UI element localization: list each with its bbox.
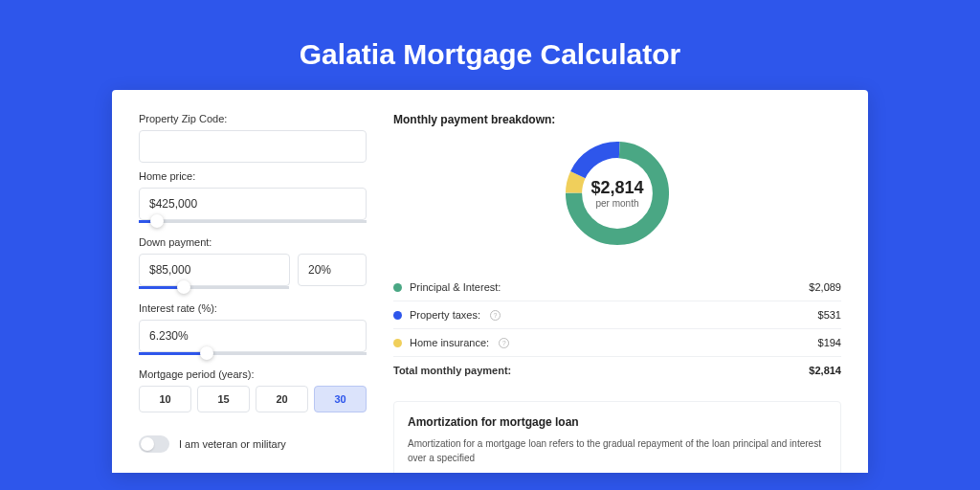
- slider-thumb[interactable]: [200, 346, 213, 360]
- inputs-column: Property Zip Code: Home price: Down paym…: [139, 113, 367, 473]
- legend-value: $531: [818, 309, 841, 321]
- veteran-row: I am veteran or military: [139, 435, 367, 453]
- period-label: Mortgage period (years):: [139, 368, 367, 380]
- legend-label: Home insurance:: [410, 337, 489, 348]
- interest-slider[interactable]: [139, 352, 367, 355]
- slider-thumb[interactable]: [150, 214, 164, 228]
- legend-dot: [393, 339, 402, 347]
- page-title: Galatia Mortgage Calculator: [0, 0, 980, 90]
- veteran-toggle[interactable]: [139, 435, 169, 453]
- amortization-title: Amortization for mortgage loan: [408, 415, 827, 429]
- legend-label: Principal & Interest:: [410, 281, 501, 293]
- veteran-label: I am veteran or military: [179, 438, 286, 450]
- interest-label: Interest rate (%):: [139, 302, 367, 314]
- legend-row: Home insurance:?$194: [393, 329, 841, 357]
- period-field: Mortgage period (years): 10152030: [139, 368, 367, 412]
- legend-row: Property taxes:?$531: [393, 301, 841, 329]
- interest-input[interactable]: [139, 320, 367, 352]
- info-icon[interactable]: ?: [499, 338, 509, 348]
- total-row: Total monthly payment: $2,814: [393, 357, 841, 384]
- period-button-15[interactable]: 15: [197, 386, 250, 412]
- period-button-20[interactable]: 20: [256, 386, 308, 412]
- legend-row: Principal & Interest:$2,089: [393, 274, 841, 301]
- legend-dot: [393, 283, 402, 292]
- down-payment-pct-input[interactable]: [298, 254, 367, 286]
- donut-chart: $2,814 per month: [560, 136, 675, 251]
- legend-value: $194: [818, 337, 841, 348]
- down-payment-amount-input[interactable]: [139, 254, 290, 286]
- interest-field: Interest rate (%):: [139, 302, 367, 355]
- total-value: $2,814: [809, 365, 841, 376]
- info-icon[interactable]: ?: [490, 310, 501, 321]
- donut-amount: $2,814: [590, 178, 643, 198]
- zip-field: Property Zip Code:: [139, 113, 367, 163]
- home-price-label: Home price:: [139, 170, 367, 182]
- amortization-card: Amortization for mortgage loan Amortizat…: [393, 401, 841, 473]
- home-price-field: Home price:: [139, 170, 367, 223]
- down-payment-field: Down payment:: [139, 236, 367, 289]
- legend-value: $2,089: [809, 281, 841, 293]
- home-price-slider[interactable]: [139, 220, 367, 223]
- slider-thumb[interactable]: [177, 280, 190, 294]
- legend-dot: [393, 311, 402, 320]
- amortization-text: Amortization for a mortgage loan refers …: [408, 436, 827, 465]
- down-payment-label: Down payment:: [139, 236, 367, 248]
- legend-container: Principal & Interest:$2,089Property taxe…: [393, 274, 841, 357]
- total-label: Total monthly payment:: [393, 365, 511, 376]
- zip-label: Property Zip Code:: [139, 113, 367, 124]
- down-payment-slider[interactable]: [139, 286, 289, 289]
- donut-sub: per month: [595, 198, 638, 209]
- slider-fill: [139, 352, 207, 355]
- toggle-thumb: [141, 437, 154, 451]
- donut-chart-wrap: $2,814 per month: [393, 136, 841, 251]
- home-price-input[interactable]: [139, 188, 367, 220]
- breakdown-column: Monthly payment breakdown: $2,814 per mo…: [393, 113, 841, 473]
- zip-input[interactable]: [139, 130, 367, 163]
- legend-label: Property taxes:: [410, 309, 480, 321]
- donut-center: $2,814 per month: [560, 136, 675, 251]
- breakdown-title: Monthly payment breakdown:: [393, 113, 841, 126]
- calculator-card: Property Zip Code: Home price: Down paym…: [112, 90, 868, 473]
- period-button-30[interactable]: 30: [314, 386, 367, 412]
- period-button-10[interactable]: 10: [139, 386, 191, 412]
